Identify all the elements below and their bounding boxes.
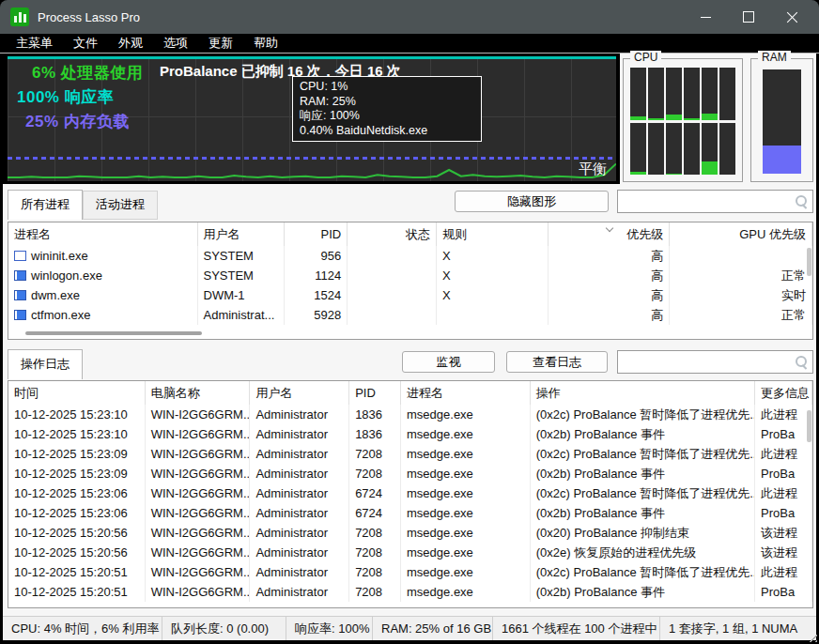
column-header[interactable]: 用户名 [250,381,349,405]
table-row[interactable]: 10-12-2025 15:20:56WIN-I2GG6GRM...Admini… [8,523,812,543]
process-search-input[interactable] [618,191,794,212]
cell-text: 正常 [781,307,806,324]
hide-graph-button[interactable]: 隐藏图形 [455,191,609,212]
menu-item-3[interactable]: 外观 [108,35,153,52]
column-header[interactable]: 操作 [531,381,755,405]
process-tabs: 所有进程活动进程 [8,190,158,220]
cell-text: 10-12-2025 15:23:10 [14,427,128,441]
column-header[interactable]: 进程名 [8,222,198,246]
cell-text: 10-12-2025 15:23:06 [14,506,128,520]
process-table-vertical-scrollbar[interactable] [807,248,811,276]
table-row[interactable]: 10-12-2025 15:23:09WIN-I2GG6GRM...Admini… [8,464,812,483]
cell-text: Administrator [255,565,328,579]
cpu-panel-label: CPU [630,51,661,64]
tooltip-line: 0.40% BaiduNetdisk.exe [300,124,474,139]
column-header[interactable]: GPU 优先级 [670,222,812,246]
cell-text: 10-12-2025 15:20:56 [14,526,128,540]
cpu-core-bar [630,123,646,176]
menu-item-5[interactable]: 更新 [198,35,243,52]
table-row[interactable]: 10-12-2025 15:20:51WIN-I2GG6GRM...Admini… [8,582,812,602]
cell-text: Administrator [255,447,328,461]
cell-text: 1124 [315,268,341,283]
cell-text: X [442,288,451,302]
table-row[interactable]: wininit.exeSYSTEM956X高 [8,246,812,266]
column-header[interactable]: 用户名 [198,222,286,246]
cell-text: 该进程 [761,544,797,561]
tab-process-1[interactable]: 所有进程 [8,190,83,220]
cell-text: WIN-I2GG6GRM... [151,447,251,461]
cell-text: X [442,268,451,283]
tab-action-log[interactable]: 操作日志 [8,349,83,379]
column-header[interactable]: 进程名 [401,381,531,405]
minimize-button[interactable] [684,0,727,34]
maximize-button[interactable] [727,0,770,34]
table-row[interactable]: 10-12-2025 15:20:56WIN-I2GG6GRM...Admini… [8,543,812,562]
cell-text: Administrator [255,467,328,481]
cell-text: WIN-I2GG6GRM... [151,407,251,422]
table-row[interactable]: dwm.exeDWM-11524X高实时 [8,285,812,305]
log-table: 时间电脑名称用户名PID进程名操作更多信息 10-12-2025 15:23:1… [8,380,813,608]
menu-item-6[interactable]: 帮助 [243,35,288,52]
table-row[interactable]: 10-12-2025 15:23:09WIN-I2GG6GRM...Admini… [8,444,812,464]
cell-text: winlogon.exe [31,268,102,283]
column-header[interactable]: 更多信息 [755,381,812,405]
table-row[interactable]: 10-12-2025 15:23:06WIN-I2GG6GRM...Admini… [8,483,812,503]
cell-text: msedge.exe [407,545,473,560]
cell-text: WIN-I2GG6GRM... [151,506,251,520]
table-row[interactable]: 10-12-2025 15:20:51WIN-I2GG6GRM...Admini… [8,562,812,582]
log-search-input[interactable] [618,351,794,373]
cell-text: 7208 [355,447,382,461]
menu-item-2[interactable]: 文件 [63,35,108,52]
table-row[interactable]: winlogon.exeSYSTEM1124X高正常 [8,266,812,285]
cell-text: WIN-I2GG6GRM... [151,526,251,540]
table-row[interactable]: 10-12-2025 15:23:10WIN-I2GG6GRM...Admini… [8,405,812,424]
cell-text: 956 [320,249,341,263]
cell-text: 7208 [355,545,382,560]
cell-text: Administrator [255,407,328,422]
cell-text: (0x2c) ProBalance 暂时降低了进程优先... [536,406,755,423]
cell-text: (0x2c) ProBalance 暂时降低了进程优先... [536,564,755,581]
menu-item-1[interactable]: 主菜单 [6,35,63,52]
cpu-core-bar [648,68,664,120]
cell-text: ProBa [761,467,795,481]
status-segment-6: 1 套接字, 1 组, 1 NUMA [660,617,816,640]
view-log-button[interactable]: 查看日志 [506,351,608,373]
cell-text: WIN-I2GG6GRM... [151,427,251,441]
cell-text: msedge.exe [407,506,473,520]
cell-text: (0x2c) ProBalance 暂时降低了进程优先... [536,446,755,463]
graph-frame: 6% 处理器使用100% 响应率25% 内存负载 ProBalance 已抑制 … [3,54,620,184]
cell-text: 此进程 [761,485,797,502]
cell-text: 此进程 [761,446,797,463]
cell-text: 正常 [781,268,806,284]
menu-item-4[interactable]: 选项 [153,35,198,52]
table-row[interactable]: 10-12-2025 15:23:06WIN-I2GG6GRM...Admini… [8,503,812,523]
column-header[interactable]: 规则 [437,222,549,246]
cpu-core-bar [684,68,700,120]
cell-text: 10-12-2025 15:23:09 [14,467,128,481]
cell-text: wininit.exe [31,249,88,263]
cell-text: Administrat... [204,308,275,322]
performance-graph[interactable]: 6% 处理器使用100% 响应率25% 内存负载 ProBalance 已抑制 … [8,56,616,181]
cell-text: msedge.exe [407,447,473,461]
tab-process-2[interactable]: 活动进程 [83,191,158,220]
status-segment-2: 队列长度: 0 (0.00) [162,617,286,640]
power-mode-label: 平衡 [579,161,607,178]
window-title: Process Lasso Pro [38,10,140,24]
cpu-core-bar [648,123,664,176]
column-header[interactable]: PID [349,381,401,405]
table-row[interactable]: ctfmon.exeAdministrat...5928高正常 [8,305,812,325]
close-button[interactable] [770,0,813,34]
cell-text: (0x2c) ProBalance 暂时降低了进程优先... [536,485,755,502]
watch-button[interactable]: 监视 [402,351,495,373]
process-table-horizontal-scrollbar[interactable] [25,331,202,335]
status-segment-5: 1661 个线程在 100 个进程中 [493,617,660,640]
table-row[interactable]: 10-12-2025 15:23:10WIN-I2GG6GRM...Admini… [8,424,812,444]
column-header[interactable]: 电脑名称 [146,381,251,405]
cell-text: 高 [651,307,663,324]
column-header[interactable]: 时间 [8,381,146,405]
cell-text: Administrator [255,427,328,441]
column-header[interactable]: PID [285,222,348,246]
cell-text: 6724 [355,486,382,500]
column-header[interactable]: 状态 [348,222,437,246]
log-table-vertical-scrollbar[interactable] [807,410,811,442]
